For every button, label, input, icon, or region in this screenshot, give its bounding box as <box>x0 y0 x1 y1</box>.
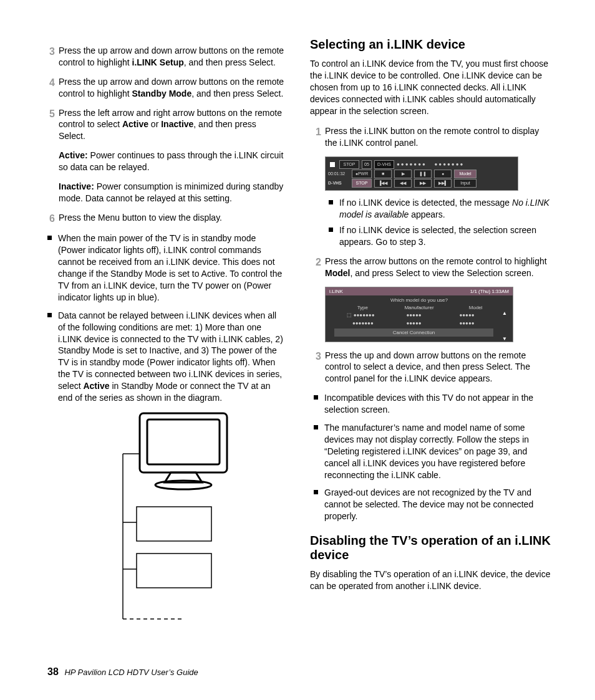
svg-rect-5 <box>137 507 211 541</box>
note-bullet: Incompatible devices with this TV do not… <box>310 392 551 416</box>
step-6: 6 Press the Menu button to view the disp… <box>44 212 285 226</box>
note-no-device-detected: If no i.LINK device is detected, the mes… <box>325 197 551 221</box>
ilink-control-panel-graphic: STOP 05 D-VHS ●●●●●●● ●●●●●●● 00:01:32 ●… <box>325 156 518 191</box>
step-1: 1 Press the i.LINK button on the remote … <box>310 125 551 149</box>
step-3: 3 Press the up and down arrow buttons on… <box>310 350 551 385</box>
page-footer: 38 HP Pavilion LCD HDTV User’s Guide <box>47 666 198 678</box>
intro-selecting: To control an i.LINK device from the TV,… <box>310 58 551 117</box>
heading-disabling: Disabling the TV’s operation of an i.LIN… <box>310 534 551 562</box>
note-bullet: The manufacturer’s name and model name o… <box>310 422 551 481</box>
inactive-note: Inactive: Power consumption is minimized… <box>59 181 285 204</box>
svg-rect-7 <box>137 554 211 588</box>
step-5: 5Press the left arrow and right arrow bu… <box>44 107 285 143</box>
step-3: 3Press the up arrow and down arrow butto… <box>44 45 285 69</box>
note-bullet: Grayed-out devices are not recognized by… <box>310 487 551 522</box>
right-column: Selecting an i.LINK device To control an… <box>310 37 551 622</box>
note-bullet: When the main power of the TV is in stan… <box>44 233 285 303</box>
intro-disabling: By disabling the TV’s operation of an i.… <box>310 568 551 592</box>
left-column: 3Press the up arrow and down arrow butto… <box>44 37 285 622</box>
ilink-selection-screen-graphic: i.LINK1/1 (Thu) 1:33AM Which model do yo… <box>325 287 513 342</box>
step-4: 4Press the up arrow and down arrow butto… <box>44 76 285 100</box>
tv-connection-diagram <box>90 410 239 622</box>
active-note: Active: Power continues to pass through … <box>59 150 285 173</box>
heading-selecting-ilink: Selecting an i.LINK device <box>310 37 551 52</box>
step-2: 2 Press the arrow buttons on the remote … <box>310 256 551 279</box>
note-bullet: Data cannot be relayed between i.LINK de… <box>44 310 285 404</box>
note-no-device-selected: If no i.LINK device is selected, the sel… <box>325 224 551 248</box>
svg-rect-1 <box>147 420 220 464</box>
